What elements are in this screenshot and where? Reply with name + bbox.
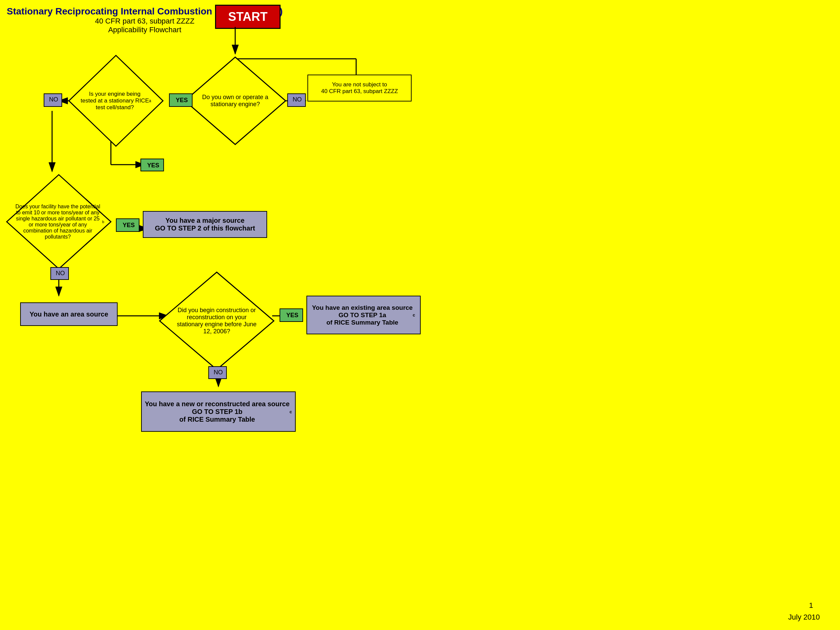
no-label-1: NO (44, 93, 62, 107)
yes-label-2: YES (141, 159, 164, 171)
yes-label-4: YES (279, 308, 303, 322)
date-label: July 2010 (788, 613, 820, 622)
no-label-3: NO (51, 267, 69, 280)
yes-label-1: YES (169, 93, 193, 107)
existing-area-source-box: You have an existing area sourceGO TO ST… (306, 296, 421, 334)
diamond-stationary-engine: Do you own or operate a stationary engin… (182, 54, 289, 148)
yes-label-3: YES (116, 218, 139, 232)
no-label-d2: NO (287, 93, 306, 107)
page-number: 1 (809, 601, 813, 610)
start-button: START (215, 5, 281, 29)
major-source-box: You have a major sourceGO TO STEP 2 of t… (143, 211, 267, 238)
diamond-construction: Did you begin construction or reconstruc… (156, 269, 277, 373)
not-subject-box: You are not subject to40 CFR part 63, su… (308, 74, 412, 101)
area-source-box: You have an area source (20, 302, 118, 326)
diamond-engine-tested: Is your engine being tested at a station… (66, 52, 166, 146)
no-label-4: NO (208, 366, 227, 379)
diamond-facility-potential: Does your facility have the potential to… (3, 171, 114, 272)
new-area-source-box: You have a new or reconstructed area sou… (141, 392, 296, 432)
